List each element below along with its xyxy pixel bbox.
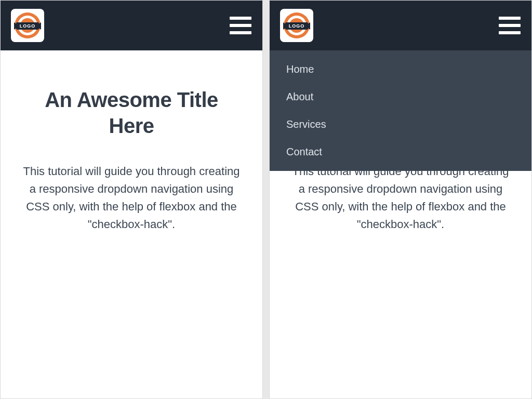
nav-item-label: About xyxy=(286,91,313,102)
nav-item-label: Contact xyxy=(286,146,322,157)
hamburger-bar-icon xyxy=(499,17,521,20)
hamburger-menu-button[interactable] xyxy=(498,14,521,37)
mobile-dropdown-menu: Home About Services Contact xyxy=(270,50,531,171)
svg-text:LOGO: LOGO xyxy=(20,23,36,29)
hamburger-bar-icon xyxy=(230,31,251,34)
phone-menu-open: LOGO An Awesome Title Here This tutorial… xyxy=(269,0,532,399)
header-bar: LOGO xyxy=(270,1,531,50)
page-lead: This tutorial will guide you through cre… xyxy=(289,163,512,233)
nav-item-home[interactable]: Home xyxy=(270,56,531,83)
hamburger-bar-icon xyxy=(499,24,521,27)
logo[interactable]: LOGO xyxy=(11,9,44,42)
logo-icon: LOGO xyxy=(282,11,311,40)
nav-item-services[interactable]: Services xyxy=(270,111,531,138)
nav-item-contact[interactable]: Contact xyxy=(270,138,531,166)
hamburger-bar-icon xyxy=(230,17,251,20)
hamburger-bar-icon xyxy=(230,24,251,27)
hamburger-bar-icon xyxy=(499,31,521,34)
main-content: An Awesome Title Here This tutorial will… xyxy=(1,50,262,233)
screenshot-pair: LOGO An Awesome Title Here This tutorial… xyxy=(0,0,532,399)
page-lead: This tutorial will guide you through cre… xyxy=(20,163,243,233)
logo[interactable]: LOGO xyxy=(280,9,313,42)
nav-item-label: Services xyxy=(286,118,326,130)
header-bar: LOGO xyxy=(1,1,262,50)
page-title: An Awesome Title Here xyxy=(20,87,243,139)
nav-item-label: Home xyxy=(286,63,314,75)
phone-menu-closed: LOGO An Awesome Title Here This tutorial… xyxy=(0,0,263,399)
svg-text:LOGO: LOGO xyxy=(289,23,305,29)
logo-icon: LOGO xyxy=(13,11,42,40)
nav-item-about[interactable]: About xyxy=(270,83,531,111)
hamburger-menu-button[interactable] xyxy=(229,14,252,37)
